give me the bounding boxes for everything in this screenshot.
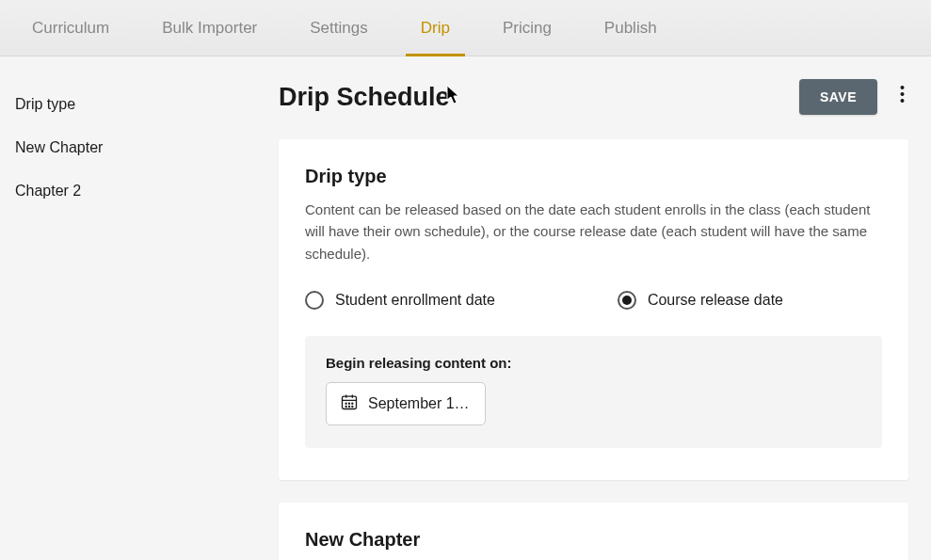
radio-label: Course release date [648,292,783,309]
release-date-label: Begin releasing content on: [326,355,861,371]
radio-icon [305,291,324,310]
more-vertical-icon [900,85,905,108]
sidebar-item-chapter-2[interactable]: Chapter 2 [15,169,249,213]
calendar-icon [340,392,359,415]
svg-point-10 [345,406,346,407]
sidebar: Drip type New Chapter Chapter 2 [0,56,264,560]
main-content: Drip Schedule SAVE Drip type Content can… [264,56,931,560]
svg-point-7 [345,403,346,404]
tab-publish[interactable]: Publish [578,0,683,56]
new-chapter-card: New Chapter [279,503,908,560]
tab-pricing[interactable]: Pricing [476,0,578,56]
tab-settings[interactable]: Settings [283,0,393,56]
tab-drip[interactable]: Drip [394,0,476,56]
radio-icon [618,291,636,310]
drip-type-card: Drip type Content can be released based … [279,139,908,480]
radio-label: Student enrollment date [335,292,495,309]
page-title: Drip Schedule [279,83,450,112]
svg-point-1 [901,92,905,96]
tab-curriculum[interactable]: Curriculum [6,0,136,56]
top-tabs: Curriculum Bulk Importer Settings Drip P… [0,0,931,56]
svg-point-9 [352,403,353,404]
release-date-box: Begin releasing content on: [305,336,882,448]
svg-point-0 [901,86,905,89]
save-button[interactable]: SAVE [799,79,877,115]
drip-type-title: Drip type [305,166,882,187]
radio-course-release[interactable]: Course release date [618,291,783,310]
release-date-picker[interactable]: September 1… [326,382,486,425]
release-date-value: September 1… [368,395,470,412]
svg-point-2 [901,99,905,103]
more-menu-button[interactable] [896,81,908,113]
sidebar-item-drip-type[interactable]: Drip type [15,83,249,126]
svg-point-12 [352,406,353,407]
drip-type-description: Content can be released based on the dat… [305,199,882,264]
radio-student-enrollment[interactable]: Student enrollment date [305,291,495,310]
svg-point-11 [349,406,350,407]
tab-bulk-importer[interactable]: Bulk Importer [136,0,283,56]
sidebar-item-new-chapter[interactable]: New Chapter [15,126,249,169]
svg-point-8 [349,403,350,404]
new-chapter-title: New Chapter [305,529,882,560]
page-header: Drip Schedule SAVE [279,79,908,115]
